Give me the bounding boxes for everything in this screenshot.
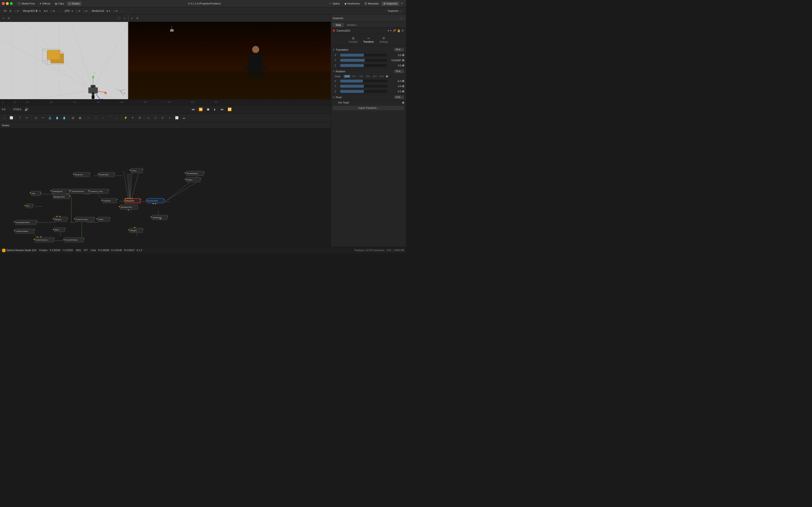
translation-x-slider[interactable] xyxy=(340,54,387,57)
color-tool[interactable]: 💧 xyxy=(54,115,60,121)
3d-maximize-btn[interactable]: ⤡ xyxy=(122,16,127,20)
step-back-btn[interactable]: ⏪ xyxy=(198,107,204,112)
metadata-btn[interactable]: ☰ Metadata xyxy=(363,2,381,6)
node-color-picker[interactable]: ● xyxy=(388,29,389,32)
inspector-btn[interactable]: ⚙ Inspector xyxy=(381,2,399,6)
node-Background1[interactable]: Background1 xyxy=(53,194,71,199)
nodes-icon[interactable]: ⬡ Nodes xyxy=(67,2,82,6)
tab-tools[interactable]: Tools xyxy=(333,23,344,27)
use-target-keyframe[interactable] xyxy=(402,101,404,104)
translation-z-keyframe[interactable] xyxy=(402,64,404,67)
node-CornerPositio[interactable]: CornerPositio... xyxy=(64,237,85,242)
rot-zyx[interactable]: ZYX xyxy=(379,75,385,78)
circle-tool[interactable]: ○ xyxy=(99,115,106,121)
node-expand[interactable]: ▾ xyxy=(390,29,392,32)
node-Camera3D1[interactable]: Camera3D1 xyxy=(146,199,165,204)
node-options[interactable]: ▾ xyxy=(38,9,42,13)
video-refresh-btn[interactable]: ↺ xyxy=(135,16,140,20)
node-TimeStretcher1[interactable]: TimeStretcher1 xyxy=(69,189,91,194)
mask-tool-3[interactable]: ⚓ xyxy=(47,115,53,121)
node-JulianSchatten[interactable]: JulianSchatten xyxy=(14,229,35,233)
anim-tool[interactable]: ⚡ xyxy=(122,115,129,121)
node-SS[interactable]: SS xyxy=(25,204,34,208)
node-BodenPic[interactable]: BodenPic xyxy=(73,172,91,177)
inspector-menu[interactable]: ··· xyxy=(399,16,404,20)
node-MediaOut1[interactable]: MediaOut1 xyxy=(151,215,168,220)
node-Instance_Colo[interactable]: Instance_Colo... xyxy=(88,189,110,194)
bg-tool-4[interactable]: ⌖ xyxy=(166,115,173,121)
node-Clip[interactable]: Clip xyxy=(30,191,42,196)
maximize-button[interactable] xyxy=(10,2,13,5)
rot-xzy[interactable]: XZY xyxy=(351,75,358,78)
node-Merge3D1[interactable]: Merge3D1 xyxy=(124,198,142,203)
particle-tool[interactable]: ✦ xyxy=(129,115,136,121)
media-pool-icon[interactable]: ⬛ Media Pool xyxy=(15,2,37,6)
node-BodenIMG[interactable]: BodenIMG xyxy=(98,172,115,177)
3d-tool[interactable]: ⚙ xyxy=(137,115,143,121)
rotation-pick-btn[interactable]: Pick... xyxy=(394,69,404,73)
node-icons[interactable]: ⊕ ▾ xyxy=(42,9,49,13)
sub-tab-transform[interactable]: ↔ Transform xyxy=(361,35,376,44)
expand-icon[interactable]: ⇱ xyxy=(400,2,404,5)
node-Hinten[interactable]: Hinten xyxy=(185,177,202,182)
effects-icon[interactable]: ✦ Effects xyxy=(38,2,52,6)
sub-tab-settings[interactable]: ⚙ Settings xyxy=(377,35,390,44)
rotation-z-keyframe[interactable] xyxy=(402,90,404,93)
zoom-icons[interactable]: ⬚ ▾ xyxy=(75,9,82,13)
sub-tab-controls[interactable]: ⊞ Controls xyxy=(346,35,360,44)
translation-pick-btn[interactable]: Pick... xyxy=(394,48,404,51)
rotation-y-slider[interactable] xyxy=(340,85,387,88)
fit-btn[interactable]: Fit xyxy=(2,9,8,13)
node-settings[interactable]: ⚙ xyxy=(401,29,404,32)
mask-tool-1[interactable]: ◎ xyxy=(33,115,39,121)
text-tool[interactable]: T xyxy=(17,115,23,121)
minimize-button[interactable] xyxy=(6,2,9,5)
zoom-more2[interactable]: ⬚ ▾ xyxy=(82,9,89,13)
mediaout-view[interactable]: ⬚ ▾ xyxy=(112,9,119,13)
color-tool-2[interactable]: 💧 xyxy=(61,115,67,121)
node-ColorCorrecto2[interactable]: ColorCorrecto... xyxy=(34,236,55,242)
mask-tool-2[interactable]: ✂ xyxy=(40,115,46,121)
zoom-options[interactable]: ▾ xyxy=(70,9,74,13)
node-JulianAlleinPNG[interactable]: JulianAlleinPNG xyxy=(14,220,38,225)
bg-tool-2[interactable]: ⬡ xyxy=(152,115,159,121)
node-RechteWand[interactable]: RechteWand xyxy=(185,171,205,176)
rect-tool[interactable]: ⬚ xyxy=(92,115,99,121)
transform-tool[interactable]: ↔ xyxy=(85,115,92,121)
stop-btn[interactable]: ⏹ xyxy=(206,107,211,112)
pivot-pick-btn[interactable]: Pick... xyxy=(394,96,404,99)
translation-y-keyframe[interactable] xyxy=(402,59,404,61)
node-Blur1[interactable]: Blur1 xyxy=(53,228,66,232)
pivot-header[interactable]: ▼ Pivot Pick... xyxy=(331,94,406,100)
viewport-3d[interactable]: X Z Y X Y xyxy=(0,22,128,99)
node-lock[interactable]: 🔒 xyxy=(397,29,400,32)
bg-tool-6[interactable]: ☁ xyxy=(180,115,187,121)
3d-expand-btn[interactable]: ⛶ xyxy=(116,16,122,20)
overlay-tool[interactable]: ▤ xyxy=(69,115,76,121)
rotation-header[interactable]: ▼ Rotation Pick... xyxy=(331,68,406,74)
node-Merge2[interactable]: Merge2 xyxy=(53,216,68,222)
volume-icon[interactable]: 🔊 xyxy=(24,108,28,111)
view-mode-btn[interactable]: A xyxy=(8,9,13,13)
bg-tool-5[interactable]: ⬜ xyxy=(173,115,180,121)
close-button[interactable] xyxy=(2,2,5,5)
node-pin[interactable]: 📌 xyxy=(392,29,396,32)
select-tool[interactable]: ⬚ xyxy=(1,115,7,121)
keyframes-btn[interactable]: ◆ Keyframes xyxy=(343,2,362,6)
paint-tool[interactable]: ✏ xyxy=(24,115,31,121)
mediaout-more[interactable]: ··· xyxy=(119,9,124,13)
node-Vorne[interactable]: Vorne xyxy=(129,168,144,173)
path-tool[interactable]: ⌒ xyxy=(107,115,113,121)
node-Projektor[interactable]: Projektor xyxy=(101,199,118,203)
node-Renderer3D1[interactable]: Renderer3D1 xyxy=(119,205,138,210)
node-ColorCorrecto[interactable]: ColorCorrecto... xyxy=(74,217,96,222)
node-view[interactable]: ⬚ ▾ xyxy=(50,9,56,13)
view-options-btn[interactable]: ⬚ ▾ xyxy=(13,9,20,13)
rot-yzx[interactable]: YZX xyxy=(365,75,371,78)
clips-icon[interactable]: ▤ Clips xyxy=(53,2,66,6)
rot-yxz[interactable]: YXZ xyxy=(358,75,364,78)
rot-xyz[interactable]: XYZ xyxy=(344,75,350,78)
goto-end-btn[interactable]: ⏭ xyxy=(220,107,225,112)
translation-x-keyframe[interactable] xyxy=(402,54,404,56)
loop-btn[interactable]: 🔁 xyxy=(227,107,232,112)
